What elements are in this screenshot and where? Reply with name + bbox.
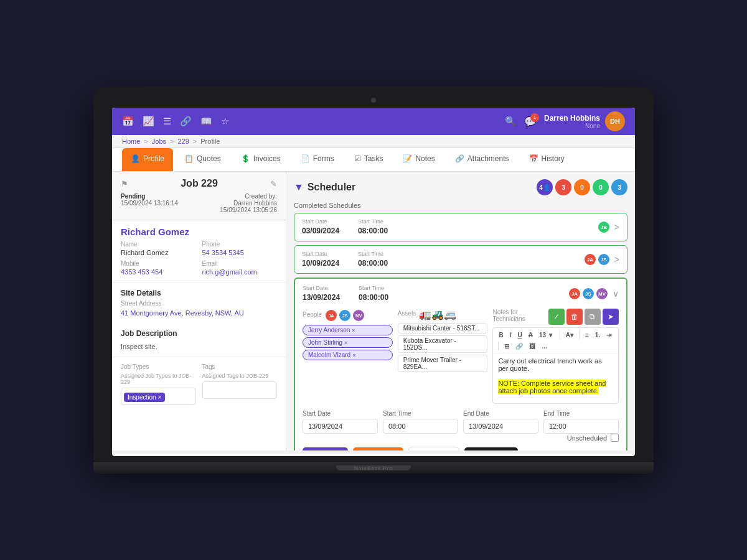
notes-content[interactable]: Carry out electrical trench work as per … — [493, 353, 618, 403]
link-icon[interactable]: 🔗 — [180, 116, 192, 127]
notes-toolbar: B I U A 13 ▼ A▾ ≡ — [493, 328, 618, 353]
color-btn[interactable]: A▾ — [564, 331, 575, 339]
breadcrumb-number[interactable]: 229 — [177, 138, 189, 145]
assets-section: Assets 🚛🚜🚐 Mitsubishi Canter - 516ST... … — [398, 309, 488, 404]
mobile-value[interactable]: 4353 453 454 — [121, 268, 196, 276]
job-types-section: Job Types Assigned Job Types to JOB-229 … — [121, 363, 196, 405]
person-chip-malcolm[interactable]: Malcolm Vizard × — [303, 350, 393, 360]
notes-label: Notes for Technicians — [492, 309, 548, 322]
user-avatar[interactable]: DH — [605, 111, 625, 131]
notes-save-btn[interactable]: ✓ — [548, 309, 565, 325]
tab-history[interactable]: 📅 History — [520, 148, 573, 171]
person-chip-jerry[interactable]: Jerry Anderson × — [303, 325, 393, 335]
schedule-row-1[interactable]: Start Date 03/09/2024 Start Time 08:00:0… — [294, 213, 627, 241]
av-count-3: 0 — [574, 179, 590, 195]
image-btn[interactable]: 🖼 — [527, 342, 537, 350]
notes-copy-btn[interactable]: ⧉ — [585, 309, 601, 325]
end-date-input[interactable] — [463, 419, 538, 434]
history-icon: 📅 — [529, 154, 538, 163]
exp-chevron[interactable]: ∨ — [613, 289, 619, 299]
tags-assigned: Assigned Tags to JOB-229 — [202, 373, 278, 379]
job-types-tags: Inspection × — [121, 388, 196, 405]
user-name: Darren Hobbins — [544, 114, 600, 123]
tab-tasks[interactable]: ☑ Tasks — [345, 148, 392, 171]
tab-quotes[interactable]: 📋 Quotes — [176, 148, 230, 171]
scheduler-label: Scheduler — [308, 182, 355, 193]
email-value[interactable]: rich.g@gmail.com — [202, 268, 278, 276]
name-value: Richard Gomez — [121, 249, 196, 256]
more-btn[interactable]: ... — [540, 342, 548, 350]
breadcrumb-home[interactable]: Home — [122, 138, 140, 145]
job-created-date: 15/09/2024 13:16:14 — [121, 200, 178, 207]
link-btn[interactable]: 🔗 — [514, 342, 525, 350]
tab-attachments[interactable]: 🔗 Attachments — [446, 148, 518, 171]
list-btn[interactable]: ≡ — [583, 331, 591, 339]
scheduler-avatars: 4👤 3 0 0 3 — [537, 179, 627, 195]
people-av-3: MV — [352, 309, 365, 322]
notifications[interactable]: 💬 1 — [524, 116, 537, 128]
datetime-fields: Start Date Start Time — [303, 410, 619, 434]
scheduler-header: ▼ Scheduler 4👤 3 0 0 3 — [294, 179, 627, 195]
strikethrough-btn[interactable]: A — [527, 331, 535, 339]
breadcrumb-current: Profile — [200, 138, 220, 145]
calendar-icon[interactable]: 📅 — [122, 116, 134, 127]
street-value: 41 Montgomery Ave, Revesby, NSW, AU — [112, 309, 286, 323]
underline-btn[interactable]: U — [515, 331, 524, 339]
tags-area[interactable] — [202, 381, 278, 399]
bold-btn[interactable]: B — [497, 331, 505, 339]
schedule-row-2[interactable]: Start Date 10/09/2024 Start Time 08:00:0… — [294, 245, 627, 274]
quotes-icon: 📋 — [184, 154, 194, 163]
row2-avatar-ja: JA — [583, 253, 597, 266]
tab-forms[interactable]: 📄 Forms — [292, 148, 343, 171]
notes-delete-btn[interactable]: 🗑 — [566, 309, 583, 325]
tab-profile[interactable]: 👤 Profile — [122, 148, 173, 171]
table-btn[interactable]: ⊞ — [502, 342, 511, 350]
tab-notes[interactable]: 📝 Notes — [394, 148, 443, 171]
tab-tasks-label: Tasks — [364, 154, 383, 163]
book-icon[interactable]: 📖 — [200, 116, 212, 127]
client-name: Richard Gomez — [112, 220, 286, 241]
created-by-label: Created by: — [220, 193, 277, 200]
phone-value[interactable]: 54 3534 5345 — [202, 249, 278, 256]
notif-count: 1 — [530, 113, 539, 122]
breadcrumb-jobs[interactable]: Jobs — [152, 138, 166, 145]
chevron-down-icon: ▼ — [294, 182, 304, 193]
notes-send-btn[interactable]: ➤ — [603, 309, 619, 325]
italic-btn[interactable]: I — [508, 331, 514, 339]
row2-chevron: > — [614, 254, 619, 264]
start-button[interactable]: ▶ Start — [303, 447, 348, 450]
tag-inspection[interactable]: Inspection × — [124, 393, 165, 402]
edit-icon[interactable]: ✎ — [270, 179, 277, 189]
start-time-input[interactable] — [383, 419, 458, 434]
list-icon[interactable]: ☰ — [163, 116, 171, 127]
chart-icon[interactable]: 📈 — [143, 116, 154, 127]
av-count-5: 3 — [611, 179, 627, 195]
search-icon[interactable]: 🔍 — [505, 116, 517, 127]
tab-history-label: History — [542, 154, 565, 163]
laptop-notch: NoteBook Pro — [336, 465, 411, 470]
asset-chip-3: Prime Mover Trailer - 829EA... — [398, 355, 488, 372]
ol-btn[interactable]: 1. — [593, 331, 602, 339]
tab-invoices[interactable]: 💲 Invoices — [232, 148, 289, 171]
flag-icon[interactable]: ⚑ — [121, 179, 128, 189]
pause-button[interactable]: ⏸ Pause — [353, 447, 403, 450]
unscheduled-checkbox[interactable] — [611, 434, 619, 442]
row1-right: JB > — [597, 220, 619, 234]
finish-button[interactable]: 🏁 Finish — [408, 447, 459, 450]
tags-title: Tags — [202, 363, 278, 370]
top-nav: 📅 📈 ☰ 🔗 📖 ☆ 🔍 💬 1 Darren Hobbins — [112, 108, 635, 135]
av-count-2: 3 — [555, 179, 571, 195]
start-date-input[interactable] — [303, 419, 378, 434]
last-modified: 15/09/2024 13:05:26 — [220, 207, 277, 213]
indent-btn[interactable]: ⇥ — [604, 331, 613, 339]
star-icon[interactable]: ☆ — [221, 116, 229, 127]
tasks-icon: ☑ — [354, 154, 361, 163]
exp-avatar-mv: MV — [595, 287, 609, 301]
asset-chip-2: Kubota Excavator - 152DS... — [398, 335, 488, 353]
end-time-input[interactable] — [543, 419, 619, 434]
user-role: None — [544, 123, 600, 129]
notes-icon: 📝 — [403, 154, 412, 163]
person-chip-john[interactable]: John Stirling × — [303, 337, 393, 348]
font-size-btn[interactable]: 13 ▼ — [537, 331, 556, 339]
notes-highlighted: NOTE: Complete service sheet and attach … — [498, 380, 606, 394]
